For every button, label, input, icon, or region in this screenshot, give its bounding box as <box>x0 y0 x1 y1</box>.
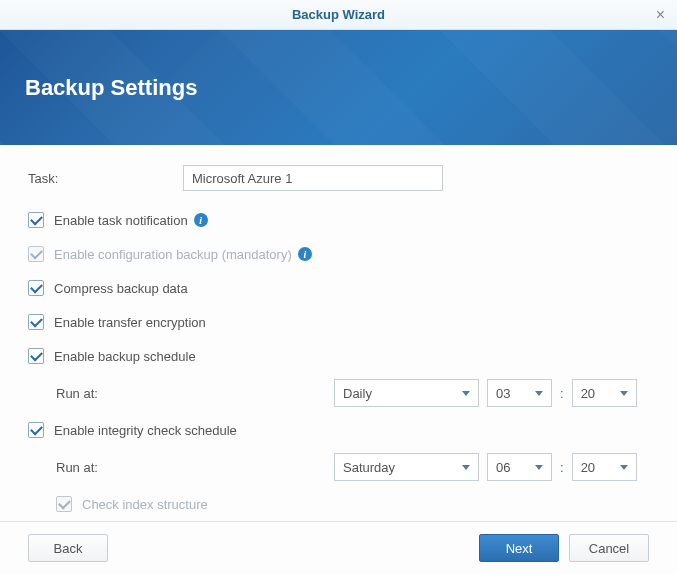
integrity-check-row: Enable integrity check schedule <box>28 419 649 441</box>
enable-config-backup-checkbox <box>28 246 44 262</box>
backup-schedule-runat-row: Run at: Daily 03 : 20 <box>28 379 649 407</box>
runat-label: Run at: <box>56 460 334 475</box>
check-index-label: Check index structure <box>82 497 208 512</box>
time-separator: : <box>560 460 564 475</box>
integrity-check-label: Enable integrity check schedule <box>54 423 237 438</box>
back-button[interactable]: Back <box>28 534 108 562</box>
task-row: Task: <box>28 165 649 191</box>
transfer-encryption-label: Enable transfer encryption <box>54 315 206 330</box>
time-separator: : <box>560 386 564 401</box>
check-index-row: Check index structure <box>28 493 649 515</box>
integrity-frequency-select[interactable]: Saturday <box>334 453 479 481</box>
info-icon[interactable]: i <box>194 213 208 227</box>
backup-hour-select[interactable]: 03 <box>487 379 552 407</box>
enable-notification-label: Enable task notification <box>54 213 188 228</box>
task-label: Task: <box>28 171 183 186</box>
integrity-check-checkbox[interactable] <box>28 422 44 438</box>
footer-right: Next Cancel <box>479 534 649 562</box>
check-index-checkbox <box>56 496 72 512</box>
enable-notification-checkbox[interactable] <box>28 212 44 228</box>
backup-hour-value: 03 <box>496 386 510 401</box>
transfer-encryption-checkbox[interactable] <box>28 314 44 330</box>
integrity-minute-value: 20 <box>581 460 595 475</box>
enable-config-backup-row: Enable configuration backup (mandatory) … <box>28 243 649 265</box>
compress-row: Compress backup data <box>28 277 649 299</box>
footer: Back Next Cancel <box>0 521 677 574</box>
enable-config-backup-label: Enable configuration backup (mandatory) <box>54 247 292 262</box>
backup-frequency-select[interactable]: Daily <box>334 379 479 407</box>
info-icon[interactable]: i <box>298 247 312 261</box>
header-banner: Backup Settings <box>0 30 677 145</box>
form-content: Task: Enable task notification i Enable … <box>0 145 677 571</box>
next-button[interactable]: Next <box>479 534 559 562</box>
chevron-down-icon <box>620 391 628 396</box>
chevron-down-icon <box>620 465 628 470</box>
integrity-runat-row: Run at: Saturday 06 : 20 <box>28 453 649 481</box>
backup-frequency-value: Daily <box>343 386 372 401</box>
backup-schedule-checkbox[interactable] <box>28 348 44 364</box>
close-icon[interactable]: × <box>656 6 665 24</box>
titlebar: Backup Wizard × <box>0 0 677 30</box>
compress-checkbox[interactable] <box>28 280 44 296</box>
backup-schedule-label: Enable backup schedule <box>54 349 196 364</box>
integrity-frequency-value: Saturday <box>343 460 395 475</box>
backup-schedule-row: Enable backup schedule <box>28 345 649 367</box>
integrity-hour-value: 06 <box>496 460 510 475</box>
compress-label: Compress backup data <box>54 281 188 296</box>
transfer-encryption-row: Enable transfer encryption <box>28 311 649 333</box>
integrity-minute-select[interactable]: 20 <box>572 453 637 481</box>
backup-minute-value: 20 <box>581 386 595 401</box>
chevron-down-icon <box>462 391 470 396</box>
task-input[interactable] <box>183 165 443 191</box>
window-title: Backup Wizard <box>292 7 385 22</box>
runat-label: Run at: <box>56 386 334 401</box>
chevron-down-icon <box>535 391 543 396</box>
chevron-down-icon <box>462 465 470 470</box>
enable-notification-row: Enable task notification i <box>28 209 649 231</box>
page-title: Backup Settings <box>25 75 197 101</box>
chevron-down-icon <box>535 465 543 470</box>
cancel-button[interactable]: Cancel <box>569 534 649 562</box>
backup-minute-select[interactable]: 20 <box>572 379 637 407</box>
integrity-hour-select[interactable]: 06 <box>487 453 552 481</box>
